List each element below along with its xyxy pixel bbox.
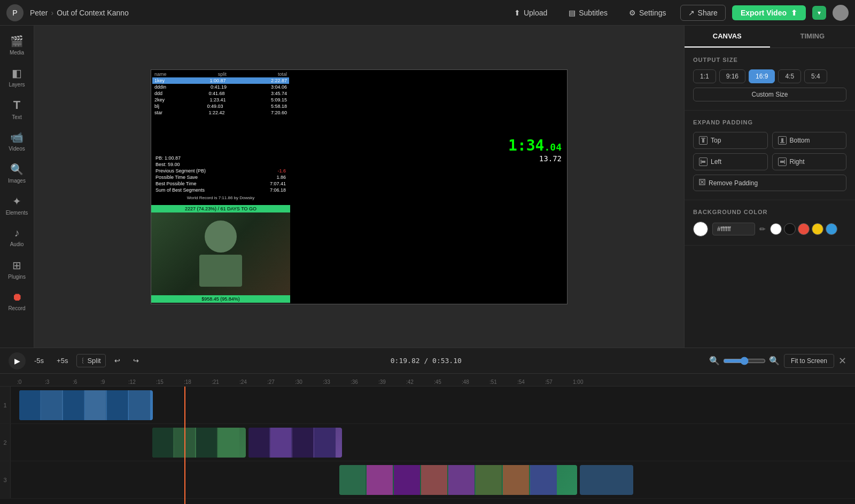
track-content-2[interactable]	[11, 424, 855, 461]
padding-top-button[interactable]: Top	[693, 132, 768, 149]
person-body	[199, 255, 242, 287]
breadcrumb-user: Peter	[30, 9, 48, 17]
split-icon: ⧙	[81, 357, 85, 365]
track-content-3[interactable]	[11, 461, 855, 498]
size-btn-9-16[interactable]: 9:16	[719, 69, 745, 83]
ruler-marks: :0 :3 :6 :9 :12 :15 :18 :21 :24 :27 :30 …	[9, 374, 855, 386]
size-btn-16-9[interactable]: 16:9	[749, 69, 775, 83]
remove-padding-button[interactable]: Remove Padding	[693, 175, 846, 191]
record-icon: ⏺	[12, 291, 22, 303]
track-clip-3a[interactable]	[339, 465, 577, 495]
swatch-blue[interactable]	[826, 223, 837, 235]
track-label-1: 1	[0, 387, 11, 423]
swatch-red[interactable]	[798, 223, 810, 235]
sidebar-item-videos[interactable]: 📹 Videos	[2, 126, 32, 156]
plus5-button[interactable]: +5s	[52, 355, 72, 367]
export-button[interactable]: Export Video ⬆	[732, 5, 806, 20]
clip-thumbs-2b	[248, 428, 336, 458]
custom-size-button[interactable]: Custom Size	[693, 88, 846, 101]
sidebar-item-record[interactable]: ⏺ Record	[2, 286, 32, 316]
swatch-white[interactable]	[770, 223, 782, 235]
sidebar-item-media[interactable]: 🎬 Media	[2, 30, 32, 60]
fit-screen-button[interactable]: Fit to Screen	[784, 354, 834, 368]
swatch-black[interactable]	[784, 223, 796, 235]
color-hex-input[interactable]	[712, 223, 755, 235]
layers-icon: ◧	[12, 67, 22, 80]
color-swatches	[770, 223, 837, 235]
share-button[interactable]: ↗ Share	[680, 5, 726, 21]
undo-button[interactable]: ↩	[110, 355, 125, 367]
sidebar-item-audio[interactable]: ♪ Audio	[2, 222, 32, 252]
score-row-dddin: dddin 0:41.19 3:04.06	[152, 84, 289, 90]
split-button[interactable]: ⧙ Split	[76, 354, 105, 367]
svg-rect-1	[702, 139, 704, 143]
size-btn-4-5[interactable]: 4:5	[778, 69, 801, 83]
color-edit-icon[interactable]: ✏	[759, 225, 766, 233]
topbar-actions: ⬆ Upload ▤ Subtitles ⚙ Settings ↗ Share …	[507, 5, 849, 21]
sidebar-item-layers[interactable]: ◧ Layers	[2, 62, 32, 92]
media-icon: 🎬	[10, 35, 24, 48]
timeline-controls: ▶ -5s +5s ⧙ Split ↩ ↪ 0:19.82 / 0:53.10 …	[0, 348, 855, 374]
zoom-slider[interactable]	[723, 357, 766, 365]
track-content-1[interactable]	[11, 387, 855, 423]
upload-button[interactable]: ⬆ Upload	[507, 5, 555, 20]
timeline-tracks[interactable]: 1 2	[0, 387, 855, 504]
bg-color-title: BACKGROUND COLOR	[693, 209, 846, 215]
score-row-blj: blj 0:49.03 5:58.18	[152, 103, 289, 109]
settings-button[interactable]: ⚙ Settings	[621, 5, 674, 20]
size-btn-5-4[interactable]: 5:4	[804, 69, 827, 83]
sidebar-item-text[interactable]: T Text	[2, 94, 32, 124]
output-size-section: OUTPUT SIZE 1:1 9:16 16:9 4:5 5:4 Custom…	[685, 48, 855, 111]
clip-thumbs-3	[339, 465, 557, 495]
padding-bottom-button[interactable]: Bottom	[772, 132, 847, 149]
sidebar-item-images[interactable]: 🔍 Images	[2, 158, 32, 188]
padding-top-icon	[699, 136, 708, 145]
share-icon: ↗	[688, 9, 695, 17]
color-preview-button[interactable]	[693, 222, 708, 237]
svg-rect-0	[701, 138, 705, 139]
export-chevron-button[interactable]: ▾	[812, 6, 826, 20]
padding-right-button[interactable]: Right	[772, 153, 847, 170]
subtitles-button[interactable]: ▤ Subtitles	[561, 5, 615, 20]
play-button[interactable]: ▶	[9, 352, 26, 369]
timer-display: 1:34.04 13.72	[508, 137, 562, 163]
stat-pb: PB: 1:00.87	[156, 155, 286, 161]
padding-bottom-icon	[778, 136, 787, 145]
left-sidebar: 🎬 Media ◧ Layers T Text 📹 Videos 🔍 Image…	[0, 26, 34, 348]
track-clip-2b[interactable]	[248, 428, 342, 458]
redo-button[interactable]: ↪	[129, 355, 143, 367]
elements-icon: ✦	[12, 195, 21, 208]
minus5-button[interactable]: -5s	[30, 355, 48, 367]
zoom-controls: 🔍 🔍	[709, 356, 780, 366]
score-row-1key: 1key 1:00.87 2:22.87	[152, 77, 289, 84]
plugins-icon: ⊞	[12, 259, 21, 272]
tab-timing[interactable]: TIMING	[770, 26, 856, 48]
zoom-in-icon[interactable]: 🔍	[769, 356, 780, 366]
logo-letter: P	[12, 9, 17, 17]
track-clip-1[interactable]	[19, 390, 153, 420]
tab-canvas[interactable]: CANVAS	[685, 26, 770, 48]
zoom-out-icon[interactable]: 🔍	[709, 356, 720, 366]
scoreboard: name split total 1key 1:00.87 2:22.87 dd…	[151, 70, 290, 117]
svg-rect-2	[780, 143, 784, 144]
track-row-2: 2	[0, 424, 855, 461]
track-clip-2a[interactable]	[152, 428, 246, 458]
video-canvas[interactable]: name split total 1key 1:00.87 2:22.87 dd…	[151, 69, 568, 304]
padding-left-button[interactable]: Left	[693, 153, 768, 170]
stat-best: Best: 59.00	[156, 161, 286, 168]
topbar: P Peter › Out of Context Kanno ⬆ Upload …	[0, 0, 855, 26]
person-silhouette	[205, 220, 237, 253]
close-timeline-button[interactable]: ✕	[838, 355, 846, 367]
breadcrumb-project: Out of Context Kanno	[57, 9, 129, 17]
padding-right-icon	[778, 158, 787, 166]
track-clip-3b[interactable]	[580, 465, 633, 495]
right-panel: CANVAS TIMING OUTPUT SIZE 1:1 9:16 16:9 …	[684, 26, 855, 348]
score-row-2key: 2key 1:23.41 5:09.15	[152, 97, 289, 103]
time-display: 0:19.82 / 0:53.10	[391, 357, 462, 365]
stat-sum-best: Sum of Best Segments 7:06.18	[156, 187, 286, 193]
size-btn-1-1[interactable]: 1:1	[693, 69, 716, 83]
sidebar-item-elements[interactable]: ✦ Elements	[2, 190, 32, 220]
sidebar-item-plugins[interactable]: ⊞ Plugins	[2, 254, 32, 284]
webcam-video	[151, 212, 290, 295]
swatch-yellow[interactable]	[812, 223, 823, 235]
